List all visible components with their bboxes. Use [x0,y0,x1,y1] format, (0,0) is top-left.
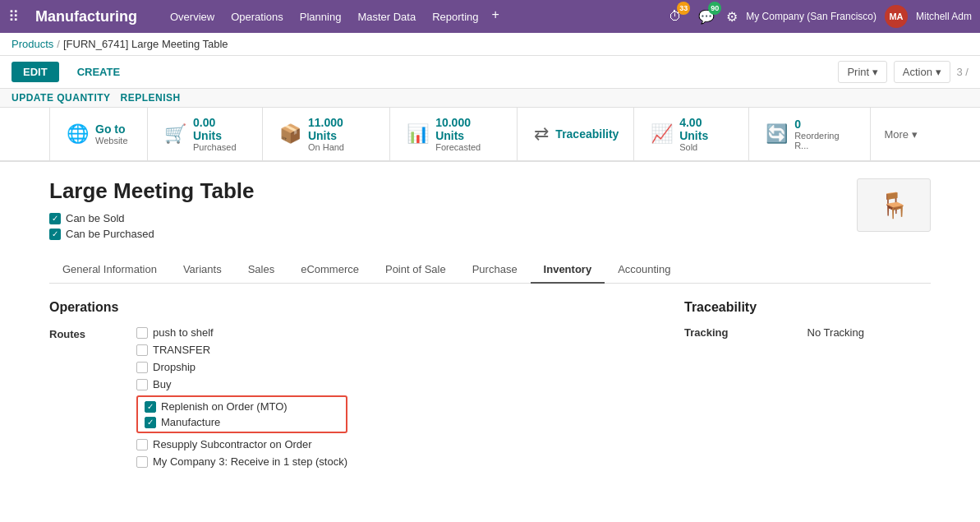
routes-list: push to shelf TRANSFER Dropship Buy [136,326,347,468]
can-be-purchased-checkbox[interactable] [49,229,61,240]
smart-buttons-bar: 🌐 Go to Website 🛒 0.00 Units Purchased 📦… [0,108,980,162]
on-hand-value: 11.000 Units [308,116,373,142]
reorder-icon: 🔄 [766,123,788,145]
forecast-icon: 📊 [407,123,429,145]
tab-general-information[interactable]: General Information [49,256,170,284]
top-navigation: ⠿ Manufacturing Overview Operations Plan… [0,0,980,33]
tab-point-of-sale[interactable]: Point of Sale [372,256,459,284]
purchased-value: 0.00 Units [193,116,246,142]
nav-overview[interactable]: Overview [163,7,221,26]
product-header: Large Meeting Table Can be Sold Can be P… [49,178,931,243]
create-button[interactable]: CREATE [66,62,131,82]
sold-label: Sold [679,142,732,152]
breadcrumb-current: [FURN_6741] Large Meeting Table [63,38,228,50]
route-buy: Buy [136,378,347,390]
nav-planning[interactable]: Planning [293,7,348,26]
product-info: Large Meeting Table Can be Sold Can be P… [49,178,254,243]
reordering-button[interactable]: 🔄 0 Reordering R... [749,108,871,160]
route-checkbox-transfer[interactable] [136,344,148,356]
action-bar: EDIT CREATE Print ▾ Action ▾ 3 / [0,56,980,89]
traceability-section: Traceability Tracking No Tracking [684,300,931,468]
route-checkbox-resupply[interactable] [136,439,148,450]
action-label: Action [903,66,932,78]
route-label-buy: Buy [153,378,171,390]
tab-sales[interactable]: Sales [235,256,288,284]
tab-variants[interactable]: Variants [170,256,235,284]
can-be-purchased-row: Can be Purchased [49,228,254,240]
route-checkbox-dropship[interactable] [136,362,148,373]
company-selector[interactable]: My Company (San Francisco) [746,11,876,22]
product-tabs: General Information Variants Sales eComm… [49,256,931,284]
route-checkbox-buy[interactable] [136,379,148,390]
chat-badge[interactable]: 💬 90 [695,5,718,28]
reordering-label: Reordering R... [794,131,853,150]
tab-accounting[interactable]: Accounting [605,256,683,284]
pagination: 3 / [957,66,968,78]
main-content: Large Meeting Table Can be Sold Can be P… [0,162,980,501]
print-label: Print [847,66,869,78]
highlighted-routes-box: Replenish on Order (MTO) Manufacture [136,395,347,433]
route-checkbox-replenish-mto[interactable] [145,401,156,413]
update-quantity-button[interactable]: UPDATE QUANTITY [12,92,111,104]
sold-value: 4.00 Units [679,116,732,142]
nav-master-data[interactable]: Master Data [351,7,422,26]
settings-icon[interactable]: ⚙ [726,9,738,25]
route-label-dropship: Dropship [153,361,196,373]
tab-purchase[interactable]: Purchase [459,256,531,284]
tab-ecommerce[interactable]: eCommerce [288,256,372,284]
edit-button[interactable]: EDIT [12,62,59,82]
route-mycompany3: My Company 3: Receive in 1 step (stock) [136,455,347,468]
purchased-button[interactable]: 🛒 0.00 Units Purchased [148,108,263,160]
forecasted-value: 10.000 Units [435,116,500,142]
purchased-label: Purchased [193,142,246,152]
product-image[interactable]: 🪑 [857,178,931,232]
can-be-sold-label: Can be Sold [66,212,125,224]
print-button[interactable]: Print ▾ [838,61,886,83]
avatar[interactable]: MA [885,5,908,28]
traceability-title: Traceability [684,300,931,315]
can-be-sold-checkbox[interactable] [49,213,61,224]
breadcrumb-separator: / [57,38,60,50]
traceability-value: Traceability [555,127,619,141]
route-checkbox-mycompany3[interactable] [136,456,148,468]
routes-label: Routes [49,326,123,340]
on-hand-label: On Hand [308,142,373,152]
nav-operations[interactable]: Operations [224,7,290,26]
goto-website-label: Website [95,136,128,146]
route-resupply-subcontractor: Resupply Subcontractor on Order [136,438,347,450]
route-label-resupply: Resupply Subcontractor on Order [153,438,312,450]
grid-icon[interactable]: ⠿ [8,7,19,25]
globe-icon: 🌐 [67,123,89,145]
route-checkbox-manufacture[interactable] [145,417,156,428]
route-label-manufacture: Manufacture [161,416,220,428]
action-button[interactable]: Action ▾ [894,61,950,83]
breadcrumb-parent[interactable]: Products [12,38,53,50]
tracking-value: No Tracking [807,326,864,339]
sold-button[interactable]: 📈 4.00 Units Sold [634,108,749,160]
replenish-button[interactable]: REPLENISH [121,92,181,104]
can-be-sold-row: Can be Sold [49,212,254,224]
chart-icon: 📈 [651,123,673,145]
more-label: More [884,128,909,141]
clock-badge[interactable]: ⏱ 33 [664,5,687,28]
tab-inventory[interactable]: Inventory [531,256,605,284]
add-menu-icon[interactable]: + [492,7,499,26]
on-hand-button[interactable]: 📦 11.000 Units On Hand [263,108,390,160]
box-icon: 📦 [279,123,301,145]
nav-right: ⏱ 33 💬 90 ⚙ My Company (San Francisco) M… [664,5,972,28]
clock-count: 33 [677,2,690,15]
tracking-row: Tracking No Tracking [684,326,931,339]
goto-website-button[interactable]: 🌐 Go to Website [49,108,148,160]
can-be-purchased-label: Can be Purchased [66,228,154,240]
reordering-value: 0 [794,118,853,131]
more-button[interactable]: More ▾ [871,108,931,160]
route-checkbox-push-to-shelf[interactable] [136,327,148,339]
nav-reporting[interactable]: Reporting [426,7,485,26]
goto-website-value: Go to [95,122,128,136]
route-dropship: Dropship [136,361,347,373]
cart-icon: 🛒 [164,123,186,145]
traceability-button[interactable]: ⇄ Traceability [518,108,634,160]
forecasted-button[interactable]: 📊 10.000 Units Forecasted [390,108,518,160]
route-label-push-to-shelf: push to shelf [153,326,214,339]
form-content: Operations Routes push to shelf TRANSFER [49,300,931,484]
